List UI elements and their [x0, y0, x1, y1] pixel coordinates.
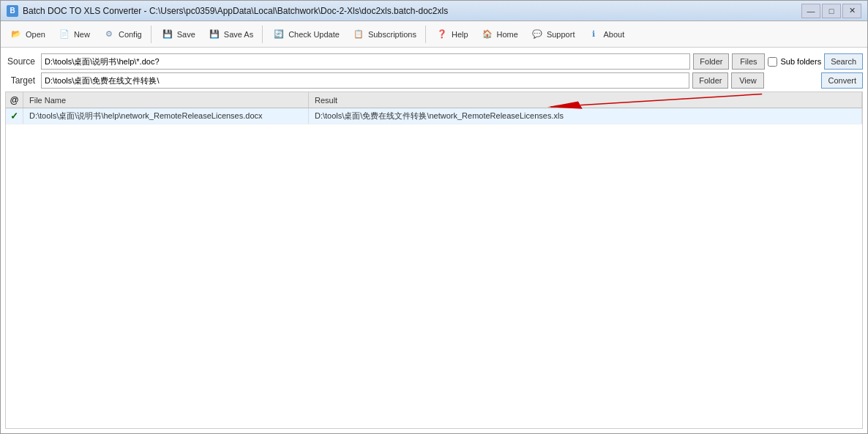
separator-3 — [425, 26, 426, 43]
subscriptions-button[interactable]: 📋 Subscriptions — [346, 24, 422, 45]
support-label: Support — [547, 30, 575, 39]
support-icon: 💬 — [530, 27, 545, 42]
save-icon: 💾 — [160, 27, 175, 42]
home-label: Home — [497, 30, 518, 39]
filename-value: D:\tools\桌面\说明书\help\network_RemoteRelea… — [29, 111, 263, 121]
app-icon: B — [7, 5, 18, 17]
saveas-button[interactable]: 💾 Save As — [202, 24, 258, 45]
main-window: B Batch DOC TO XLS Converter - C:\Users\… — [0, 0, 868, 434]
help-icon: ❓ — [435, 27, 449, 42]
separator-1 — [151, 26, 151, 43]
table-row[interactable]: ✓ D:\tools\桌面\说明书\help\network_RemoteRel… — [6, 108, 862, 124]
target-folder-button[interactable]: Folder — [692, 72, 728, 89]
about-label: About — [603, 30, 624, 39]
toolbar: 📂 Open 📄 New ⚙ Config 💾 Save 💾 Save As 🔄… — [1, 21, 867, 48]
convert-button[interactable]: Convert — [821, 72, 863, 89]
th-filename-label: File Name — [29, 96, 66, 105]
new-button[interactable]: 📄 New — [52, 24, 95, 45]
home-icon: 🏠 — [480, 27, 495, 42]
open-button[interactable]: 📂 Open — [4, 24, 50, 45]
th-check: @ — [6, 92, 23, 108]
maximize-button[interactable]: □ — [822, 4, 841, 18]
checkupdate-button[interactable]: 🔄 Check Update — [266, 24, 345, 45]
checkupdate-icon: 🔄 — [272, 27, 286, 42]
file-table: @ File Name Result ✓ D:\tools\桌面\说明书\hel… — [5, 91, 863, 429]
row-result: D:\tools\桌面\免费在线文件转换\network_RemoteRelea… — [309, 108, 862, 124]
row-filename: D:\tools\桌面\说明书\help\network_RemoteRelea… — [23, 108, 309, 124]
result-value: D:\tools\桌面\免费在线文件转换\network_RemoteRelea… — [315, 111, 564, 121]
window-controls: — □ ✕ — [801, 4, 861, 18]
config-button[interactable]: ⚙ Config — [97, 24, 147, 45]
config-label: Config — [119, 30, 142, 39]
source-label: Source — [5, 56, 38, 67]
subfolders-label: Sub folders — [780, 57, 821, 66]
help-button[interactable]: ❓ Help — [430, 24, 474, 45]
subfolders-group: Sub folders — [768, 57, 821, 67]
target-row: Target Folder View Convert — [5, 71, 863, 90]
save-label: Save — [177, 30, 195, 39]
new-label: New — [74, 30, 90, 39]
open-icon: 📂 — [9, 27, 23, 42]
row-check: ✓ — [6, 108, 23, 124]
table-header: @ File Name Result — [6, 92, 862, 108]
close-button[interactable]: ✕ — [842, 4, 861, 18]
search-button[interactable]: Search — [824, 53, 863, 70]
subfolders-checkbox[interactable] — [768, 57, 777, 67]
save-button[interactable]: 💾 Save — [155, 24, 201, 45]
help-label: Help — [452, 30, 468, 39]
title-bar: B Batch DOC TO XLS Converter - C:\Users\… — [1, 1, 867, 21]
saveas-icon: 💾 — [207, 27, 222, 42]
open-label: Open — [26, 30, 45, 39]
about-button[interactable]: ℹ About — [581, 24, 629, 45]
target-label: Target — [5, 75, 38, 86]
source-row: Source Folder Files Sub folders Search — [5, 52, 863, 71]
at-symbol: @ — [10, 95, 18, 105]
th-filename: File Name — [23, 92, 309, 108]
check-symbol: ✓ — [10, 111, 18, 121]
subscriptions-label: Subscriptions — [368, 30, 416, 39]
checkupdate-label: Check Update — [288, 30, 340, 39]
support-button[interactable]: 💬 Support — [525, 24, 580, 45]
subscriptions-icon: 📋 — [351, 27, 366, 42]
source-input[interactable] — [41, 53, 690, 70]
source-folder-button[interactable]: Folder — [693, 53, 729, 70]
source-files-button[interactable]: Files — [732, 53, 765, 70]
main-content: Source Folder Files Sub folders Search T… — [1, 48, 867, 433]
saveas-label: Save As — [224, 30, 253, 39]
new-icon: 📄 — [57, 27, 72, 42]
target-view-button[interactable]: View — [731, 72, 764, 89]
home-button[interactable]: 🏠 Home — [475, 24, 523, 45]
target-input[interactable] — [41, 72, 689, 89]
config-icon: ⚙ — [102, 27, 116, 42]
minimize-button[interactable]: — — [801, 4, 820, 18]
about-icon: ℹ — [586, 27, 601, 42]
th-result-label: Result — [315, 96, 337, 105]
separator-2 — [262, 26, 263, 43]
window-title: Batch DOC TO XLS Converter - C:\Users\pc… — [23, 6, 801, 16]
th-result: Result — [309, 92, 862, 108]
